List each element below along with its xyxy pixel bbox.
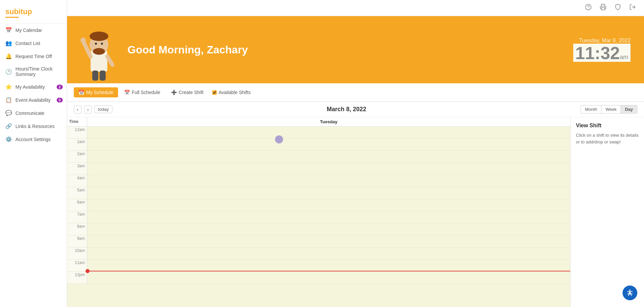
- time-label: 5am: [67, 187, 87, 199]
- availability-badge: 2: [57, 85, 63, 89]
- clock-icon: 🕐: [5, 69, 12, 75]
- week-view-button[interactable]: Week: [601, 105, 621, 114]
- contacts-icon: 👥: [5, 40, 12, 46]
- calendar-tab-icon: 📅: [78, 90, 84, 95]
- event-badge: 0: [57, 98, 63, 102]
- sidebar-item-label: Links & Resources: [15, 124, 55, 129]
- available-shifts-toggle[interactable]: Available Shifts: [212, 90, 251, 95]
- time-row: 3am: [67, 163, 570, 175]
- sidebar-item-hours-time-clock[interactable]: 🕐 Hours/Time Clock Summary: [0, 63, 67, 80]
- time-cell: [87, 187, 570, 199]
- character-illustration: [80, 19, 117, 80]
- schedule-container: 📅 My Schedule 📅 Full Schedule ➕ Create S…: [67, 83, 644, 307]
- sidebar-item-label: Request Time Off: [15, 54, 52, 59]
- available-shifts-label: Available Shifts: [219, 90, 251, 95]
- shield-button[interactable]: [614, 4, 621, 12]
- help-button[interactable]: [585, 4, 592, 12]
- time-cell: [87, 260, 570, 271]
- time-cell: [87, 223, 570, 235]
- sidebar-item-label: My Calendar: [15, 28, 42, 33]
- time-cell: [87, 235, 570, 247]
- time-row: 5am: [67, 187, 570, 199]
- available-shifts-checkbox[interactable]: [212, 90, 217, 95]
- calendar-icon: 📅: [5, 27, 12, 33]
- view-shift-description: Click on a shift to view its details or …: [576, 132, 639, 145]
- time-cell: [87, 248, 570, 259]
- time-rows-container: 12am1am2am3am4am5am6am7am8am9am10am11am1…: [67, 127, 570, 284]
- svg-point-8: [93, 48, 105, 55]
- sidebar-item-communicate[interactable]: 💬 Communicate: [0, 106, 67, 120]
- tab-create-shift[interactable]: ➕ Create Shift: [166, 87, 208, 97]
- settings-icon: ⚙️: [5, 136, 12, 142]
- sidebar-item-links-resources[interactable]: 🔗 Links & Resources: [0, 120, 67, 133]
- svg-point-15: [80, 38, 86, 43]
- time-row: 6am: [67, 199, 570, 211]
- plus-icon: ➕: [171, 90, 177, 95]
- links-icon: 🔗: [5, 123, 12, 129]
- svg-point-16: [629, 290, 631, 291]
- sidebar: subitup 📅 My Calendar 👥 Contact List 🔔 R…: [0, 0, 67, 307]
- time-row: 9am: [67, 235, 570, 248]
- svg-line-11: [83, 41, 91, 56]
- svg-point-7: [90, 32, 108, 41]
- day-view-button[interactable]: Day: [621, 105, 637, 114]
- sidebar-item-account-settings[interactable]: ⚙️ Account Settings: [0, 133, 67, 146]
- time-label: 2am: [67, 151, 87, 163]
- time-label: 6am: [67, 199, 87, 211]
- time-row: 8am: [67, 223, 570, 235]
- time-row: 4am: [67, 175, 570, 187]
- time-row: 11am: [67, 260, 570, 272]
- calendar-title: March 8, 2022: [115, 106, 578, 113]
- day-column-header: Tuesday: [87, 117, 570, 126]
- time-label: 9am: [67, 235, 87, 247]
- today-button[interactable]: today: [94, 105, 112, 113]
- month-view-button[interactable]: Month: [581, 105, 601, 114]
- calendar-nav: ‹ › today March 8, 2022 Month Week Day: [67, 102, 644, 117]
- right-panel: Good Morning, Zachary Tuesday, Mar 8, 20…: [67, 0, 644, 307]
- svg-line-12: [107, 56, 112, 65]
- time-cell: [87, 272, 570, 283]
- time-label: 3am: [67, 163, 87, 175]
- time-cell: [87, 139, 570, 150]
- time-row: 10am: [67, 248, 570, 260]
- logo-area: subitup: [0, 3, 67, 24]
- tabs-bar: 📅 My Schedule 📅 Full Schedule ➕ Create S…: [67, 83, 644, 102]
- global-topbar: [67, 0, 644, 16]
- event-icon: 📋: [5, 97, 12, 103]
- sidebar-item-label: Communicate: [15, 111, 44, 116]
- sidebar-item-event-availability[interactable]: 📋 Event Availability 0: [0, 93, 67, 106]
- sidebar-item-label: Contact List: [15, 41, 40, 46]
- sidebar-item-contact-list[interactable]: 👥 Contact List: [0, 37, 67, 50]
- power-button[interactable]: [629, 4, 636, 12]
- time-label: 7am: [67, 211, 87, 223]
- time-cell: [87, 163, 570, 175]
- view-buttons: Month Week Day: [581, 105, 637, 114]
- sidebar-item-label: My Availability: [15, 84, 45, 90]
- svg-point-9: [95, 43, 97, 45]
- sidebar-item-label: Hours/Time Clock Summary: [15, 66, 61, 77]
- ampm-label: am: [620, 54, 628, 60]
- print-button[interactable]: [600, 4, 606, 12]
- accessibility-button[interactable]: [623, 286, 637, 300]
- time-label: 12am: [67, 127, 87, 138]
- view-shift-panel: View Shift Click on a shift to view its …: [570, 117, 644, 307]
- time-row: 1am: [67, 139, 570, 151]
- sidebar-item-request-time-off[interactable]: 🔔 Request Time Off: [0, 50, 67, 63]
- calendar-grid: Time Tuesday 12am1am2am3am4am5am6am7am8a…: [67, 117, 570, 307]
- svg-point-10: [101, 43, 103, 45]
- time-row: 2am: [67, 151, 570, 163]
- time-cell: [87, 175, 570, 187]
- sidebar-item-my-calendar[interactable]: 📅 My Calendar: [0, 24, 67, 37]
- content-area: Time Tuesday 12am1am2am3am4am5am6am7am8a…: [67, 117, 644, 307]
- logo-underline: [5, 17, 19, 18]
- sidebar-item-my-availability[interactable]: ⭐ My Availability 2: [0, 80, 67, 93]
- tab-my-schedule[interactable]: 📅 My Schedule: [74, 87, 118, 97]
- star-icon: ⭐: [5, 84, 12, 90]
- time-label: 12pm: [67, 272, 87, 283]
- hero-banner: Good Morning, Zachary Tuesday, Mar 8, 20…: [67, 16, 644, 83]
- next-day-button[interactable]: ›: [84, 105, 92, 114]
- prev-day-button[interactable]: ‹: [74, 105, 82, 114]
- time-cell: [87, 199, 570, 211]
- tab-full-schedule[interactable]: 📅 Full Schedule: [119, 87, 165, 97]
- time-label: 8am: [67, 223, 87, 235]
